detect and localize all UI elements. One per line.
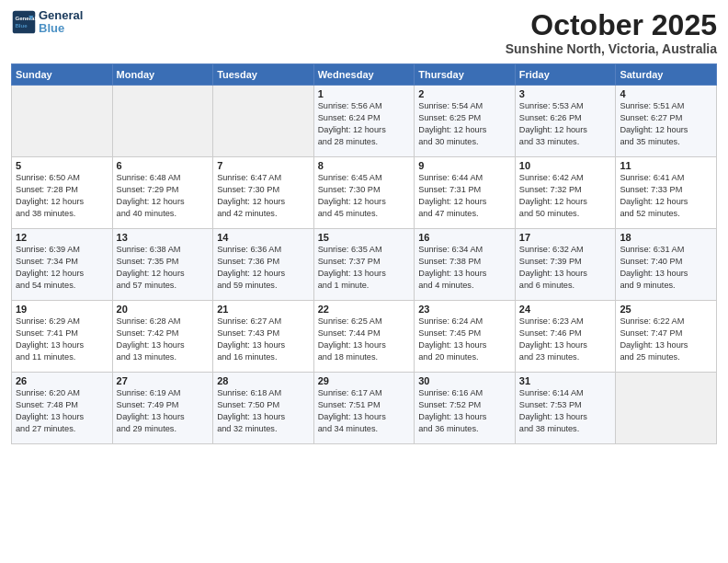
calendar-cell: 17Sunrise: 6:32 AM Sunset: 7:39 PM Dayli…: [515, 229, 616, 301]
day-number: 11: [620, 160, 712, 171]
weekday-header-saturday: Saturday: [616, 64, 717, 86]
day-number: 10: [519, 160, 612, 171]
calendar-cell: 5Sunrise: 6:50 AM Sunset: 7:28 PM Daylig…: [12, 157, 113, 229]
calendar-cell: 27Sunrise: 6:19 AM Sunset: 7:49 PM Dayli…: [112, 373, 213, 444]
calendar-cell: 18Sunrise: 6:31 AM Sunset: 7:40 PM Dayli…: [616, 229, 717, 301]
day-info: Sunrise: 5:51 AM Sunset: 6:27 PM Dayligh…: [620, 100, 712, 148]
calendar-cell: 4Sunrise: 5:51 AM Sunset: 6:27 PM Daylig…: [616, 86, 717, 157]
day-number: 30: [418, 375, 511, 386]
day-info: Sunrise: 6:31 AM Sunset: 7:40 PM Dayligh…: [620, 244, 712, 292]
weekday-header-friday: Friday: [515, 64, 616, 86]
day-info: Sunrise: 6:27 AM Sunset: 7:43 PM Dayligh…: [217, 316, 310, 363]
day-info: Sunrise: 6:35 AM Sunset: 7:37 PM Dayligh…: [318, 244, 411, 292]
day-number: 28: [217, 375, 310, 386]
day-info: Sunrise: 5:54 AM Sunset: 6:25 PM Dayligh…: [418, 100, 511, 148]
calendar-cell: 23Sunrise: 6:24 AM Sunset: 7:45 PM Dayli…: [415, 301, 516, 373]
calendar-cell: 20Sunrise: 6:28 AM Sunset: 7:42 PM Dayli…: [112, 301, 213, 373]
calendar-cell: 14Sunrise: 6:36 AM Sunset: 7:36 PM Dayli…: [213, 229, 314, 301]
calendar-cell: 8Sunrise: 6:45 AM Sunset: 7:30 PM Daylig…: [313, 157, 415, 229]
day-info: Sunrise: 6:38 AM Sunset: 7:35 PM Dayligh…: [117, 244, 210, 292]
day-info: Sunrise: 6:17 AM Sunset: 7:51 PM Dayligh…: [318, 387, 411, 435]
calendar-cell: 13Sunrise: 6:38 AM Sunset: 7:35 PM Dayli…: [112, 229, 213, 301]
weekday-header-sunday: Sunday: [12, 64, 113, 86]
day-info: Sunrise: 6:47 AM Sunset: 7:30 PM Dayligh…: [217, 172, 310, 220]
title-block: October 2025 Sunshine North, Victoria, A…: [506, 9, 717, 56]
calendar-cell: 2Sunrise: 5:54 AM Sunset: 6:25 PM Daylig…: [415, 86, 516, 157]
day-number: 23: [418, 304, 511, 315]
calendar-table: SundayMondayTuesdayWednesdayThursdayFrid…: [11, 63, 717, 444]
day-info: Sunrise: 6:42 AM Sunset: 7:32 PM Dayligh…: [519, 172, 612, 220]
day-number: 17: [519, 232, 612, 243]
weekday-header-monday: Monday: [112, 64, 213, 86]
day-number: 15: [318, 232, 411, 243]
calendar-cell: 15Sunrise: 6:35 AM Sunset: 7:37 PM Dayli…: [313, 229, 415, 301]
day-number: 20: [117, 304, 210, 315]
calendar-cell: 10Sunrise: 6:42 AM Sunset: 7:32 PM Dayli…: [515, 157, 616, 229]
location: Sunshine North, Victoria, Australia: [506, 41, 717, 56]
week-row-1: 1Sunrise: 5:56 AM Sunset: 6:24 PM Daylig…: [12, 86, 717, 157]
day-number: 2: [418, 88, 511, 99]
week-row-2: 5Sunrise: 6:50 AM Sunset: 7:28 PM Daylig…: [12, 157, 717, 229]
day-info: Sunrise: 6:24 AM Sunset: 7:45 PM Dayligh…: [418, 316, 511, 363]
day-info: Sunrise: 6:39 AM Sunset: 7:34 PM Dayligh…: [16, 244, 108, 292]
calendar-cell: 12Sunrise: 6:39 AM Sunset: 7:34 PM Dayli…: [12, 229, 113, 301]
day-number: 7: [217, 160, 310, 171]
day-info: Sunrise: 5:53 AM Sunset: 6:26 PM Dayligh…: [519, 100, 612, 148]
day-info: Sunrise: 6:28 AM Sunset: 7:42 PM Dayligh…: [117, 316, 210, 363]
calendar-cell: 22Sunrise: 6:25 AM Sunset: 7:44 PM Dayli…: [313, 301, 415, 373]
day-info: Sunrise: 6:36 AM Sunset: 7:36 PM Dayligh…: [217, 244, 310, 292]
day-number: 29: [318, 375, 411, 386]
day-number: 12: [16, 232, 108, 243]
main-container: General Blue General Blue October 2025 S…: [0, 0, 728, 452]
calendar-cell: 6Sunrise: 6:48 AM Sunset: 7:29 PM Daylig…: [112, 157, 213, 229]
day-info: Sunrise: 6:45 AM Sunset: 7:30 PM Dayligh…: [318, 172, 411, 220]
logo-text: General Blue: [39, 9, 83, 36]
calendar-cell: 28Sunrise: 6:18 AM Sunset: 7:50 PM Dayli…: [213, 373, 314, 444]
calendar-cell: [112, 86, 213, 157]
calendar-cell: 16Sunrise: 6:34 AM Sunset: 7:38 PM Dayli…: [415, 229, 516, 301]
svg-text:Blue: Blue: [15, 22, 28, 29]
day-number: 27: [117, 375, 210, 386]
weekday-header-tuesday: Tuesday: [213, 64, 314, 86]
day-info: Sunrise: 6:44 AM Sunset: 7:31 PM Dayligh…: [418, 172, 511, 220]
day-info: Sunrise: 6:20 AM Sunset: 7:48 PM Dayligh…: [16, 387, 108, 435]
day-number: 31: [519, 375, 612, 386]
day-number: 3: [519, 88, 612, 99]
week-row-5: 26Sunrise: 6:20 AM Sunset: 7:48 PM Dayli…: [12, 373, 717, 444]
calendar-cell: 1Sunrise: 5:56 AM Sunset: 6:24 PM Daylig…: [313, 86, 415, 157]
day-number: 16: [418, 232, 511, 243]
calendar-cell: 31Sunrise: 6:14 AM Sunset: 7:53 PM Dayli…: [515, 373, 616, 444]
day-info: Sunrise: 6:48 AM Sunset: 7:29 PM Dayligh…: [117, 172, 210, 220]
day-number: 5: [16, 160, 108, 171]
week-row-4: 19Sunrise: 6:29 AM Sunset: 7:41 PM Dayli…: [12, 301, 717, 373]
day-number: 8: [318, 160, 411, 171]
weekday-header-thursday: Thursday: [415, 64, 516, 86]
day-number: 19: [16, 304, 108, 315]
logo-icon: General Blue: [11, 9, 37, 35]
day-info: Sunrise: 6:18 AM Sunset: 7:50 PM Dayligh…: [217, 387, 310, 435]
day-info: Sunrise: 6:41 AM Sunset: 7:33 PM Dayligh…: [620, 172, 712, 220]
day-info: Sunrise: 6:50 AM Sunset: 7:28 PM Dayligh…: [16, 172, 108, 220]
day-number: 18: [620, 232, 712, 243]
day-number: 24: [519, 304, 612, 315]
calendar-cell: [616, 373, 717, 444]
day-number: 22: [318, 304, 411, 315]
month-title: October 2025: [506, 9, 717, 41]
logo: General Blue General Blue: [11, 9, 83, 36]
day-number: 6: [117, 160, 210, 171]
day-info: Sunrise: 6:14 AM Sunset: 7:53 PM Dayligh…: [519, 387, 612, 435]
weekday-header-wednesday: Wednesday: [313, 64, 415, 86]
calendar-cell: 7Sunrise: 6:47 AM Sunset: 7:30 PM Daylig…: [213, 157, 314, 229]
calendar-cell: 25Sunrise: 6:22 AM Sunset: 7:47 PM Dayli…: [616, 301, 717, 373]
day-info: Sunrise: 6:16 AM Sunset: 7:52 PM Dayligh…: [418, 387, 511, 435]
day-number: 14: [217, 232, 310, 243]
header: General Blue General Blue October 2025 S…: [11, 9, 717, 56]
calendar-cell: [213, 86, 314, 157]
day-number: 13: [117, 232, 210, 243]
calendar-cell: 3Sunrise: 5:53 AM Sunset: 6:26 PM Daylig…: [515, 86, 616, 157]
calendar-cell: 19Sunrise: 6:29 AM Sunset: 7:41 PM Dayli…: [12, 301, 113, 373]
day-number: 25: [620, 304, 712, 315]
day-info: Sunrise: 6:23 AM Sunset: 7:46 PM Dayligh…: [519, 316, 612, 363]
day-info: Sunrise: 6:22 AM Sunset: 7:47 PM Dayligh…: [620, 316, 712, 363]
calendar-cell: 30Sunrise: 6:16 AM Sunset: 7:52 PM Dayli…: [415, 373, 516, 444]
